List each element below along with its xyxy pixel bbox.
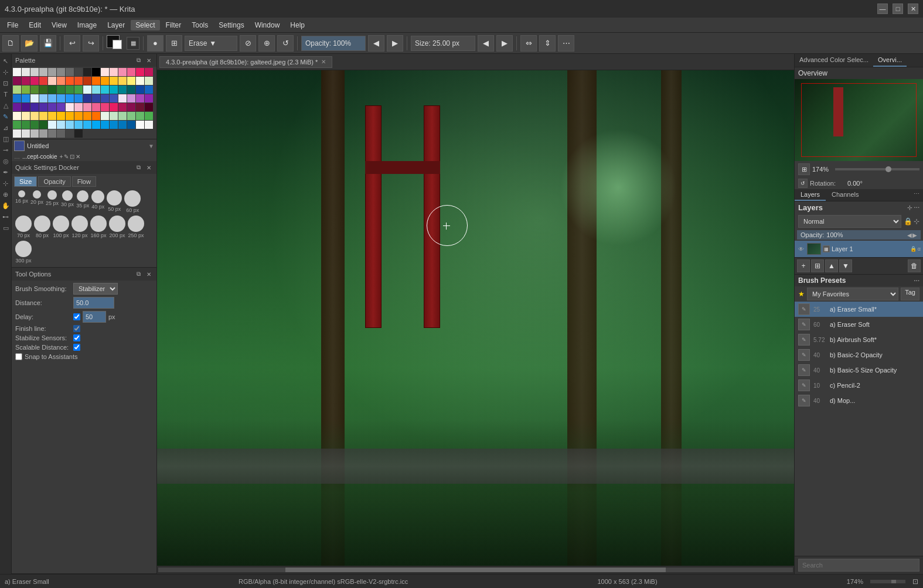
swatch-86[interactable]	[66, 112, 74, 120]
swatch-57[interactable]	[92, 94, 100, 102]
swatch-36[interactable]	[48, 86, 56, 94]
swatch-30[interactable]	[136, 77, 144, 85]
eraser-clear-button[interactable]: ⊘	[240, 35, 256, 52]
brush-size-120[interactable]: 120 px	[71, 216, 88, 238]
brush-preset-button[interactable]: ●	[147, 35, 164, 52]
horizontal-scrollbar[interactable]	[157, 566, 794, 574]
resource-copy-btn[interactable]: ⊡	[70, 153, 74, 160]
tab-overview[interactable]: Overvi...	[873, 54, 907, 67]
swatch-81[interactable]	[22, 112, 30, 120]
palette-float-btn[interactable]: ⧉	[134, 56, 142, 64]
swatch-116[interactable]	[48, 129, 56, 138]
tool-cursor[interactable]: ↖	[1, 56, 11, 66]
opacity-dec-btn[interactable]: ◀	[907, 232, 912, 238]
swatch-54[interactable]	[66, 94, 74, 102]
layer-group-btn[interactable]: ⊞	[811, 259, 824, 272]
layer-move-up-btn[interactable]: ▲	[825, 259, 838, 272]
palette-close-btn[interactable]: ✕	[145, 56, 153, 64]
undo-button[interactable]: ↩	[64, 35, 80, 52]
swatch-44[interactable]	[118, 86, 127, 94]
menu-item-window[interactable]: Window	[250, 20, 285, 30]
brush-item-4[interactable]: ✎ 40 b) Basic-5 Size Opacity	[795, 363, 923, 378]
swatch-108[interactable]	[118, 121, 127, 129]
swatch-52[interactable]	[48, 94, 56, 102]
brush-size-16[interactable]: 16 px	[15, 190, 28, 213]
tool-text[interactable]: T	[1, 90, 11, 99]
tool-eyedropper[interactable]: ⊸	[1, 145, 11, 155]
tool-shapes[interactable]: △	[1, 101, 11, 110]
mirror-v[interactable]: ⇕	[539, 35, 556, 52]
swatch-60[interactable]	[118, 94, 127, 102]
more-options[interactable]: ⋯	[558, 35, 574, 52]
swatch-6[interactable]	[66, 68, 74, 76]
menu-item-select[interactable]: Select	[131, 20, 159, 30]
redo-button[interactable]: ↪	[83, 35, 99, 52]
swatch-1[interactable]	[22, 68, 30, 76]
swatch-55[interactable]	[74, 94, 83, 102]
swatch-25[interactable]	[92, 77, 100, 85]
swatch-10[interactable]	[101, 68, 109, 76]
brush-size-70[interactable]: 70 px	[15, 216, 32, 238]
tool-gradient[interactable]: ◫	[1, 134, 11, 143]
new-button[interactable]: 🗋	[2, 35, 19, 52]
brush-size-160[interactable]: 160 px	[90, 216, 107, 238]
brush-item-3[interactable]: ✎ 40 b) Basic-2 Opacity	[795, 347, 923, 363]
resource-add-btn[interactable]: +	[59, 153, 63, 160]
blend-mode-select[interactable]: Normal Multiply Screen	[798, 215, 901, 228]
opacity-up[interactable]: ▶	[387, 35, 403, 52]
swatch-15[interactable]	[145, 68, 153, 76]
qs-tab-opacity[interactable]: Opacity	[38, 176, 70, 187]
canvas-tab[interactable]: 4.3.0-prealpha (git 8c9b10e): galteed.jp…	[159, 56, 332, 68]
swatch-69[interactable]	[57, 103, 65, 111]
tool-crop[interactable]: ⊡	[1, 78, 11, 88]
brush-item-6[interactable]: ✎ 40 d) Mop...	[795, 393, 923, 408]
blend-filter-btn[interactable]: ⊹	[914, 217, 919, 225]
swatch-41[interactable]	[92, 86, 100, 94]
background-color[interactable]	[113, 40, 122, 49]
distance-input[interactable]	[73, 297, 114, 309]
presets-settings-btn[interactable]: ⋯	[914, 278, 919, 284]
swatch-18[interactable]	[30, 77, 39, 85]
delay-check[interactable]	[73, 313, 80, 320]
swatch-19[interactable]	[39, 77, 47, 85]
brush-search-input[interactable]	[798, 559, 919, 572]
brush-size-80[interactable]: 80 px	[34, 216, 50, 238]
swatch-102[interactable]	[66, 121, 74, 129]
tool-path[interactable]: ✒	[1, 167, 11, 177]
swatch-107[interactable]	[110, 121, 118, 129]
swatch-22[interactable]	[66, 77, 74, 85]
grid-button[interactable]: ⊞	[166, 35, 182, 52]
brush-size-35[interactable]: 35 px	[76, 190, 89, 213]
swatch-113[interactable]	[22, 129, 30, 138]
swatch-23[interactable]	[74, 77, 83, 85]
tool-zoom[interactable]: ⊕	[1, 190, 11, 199]
swatch-28[interactable]	[118, 77, 127, 85]
swatch-75[interactable]	[110, 103, 118, 111]
swatch-112[interactable]	[13, 129, 21, 138]
tool-vector[interactable]: ⊹	[1, 179, 11, 188]
tool-fill[interactable]: ⊿	[1, 123, 11, 132]
zoom-slider[interactable]	[835, 168, 919, 170]
maximize-button[interactable]: □	[893, 4, 903, 14]
tool-measure[interactable]: ⊷	[1, 212, 11, 221]
opacity-inc-btn[interactable]: ▶	[912, 232, 917, 238]
swatch-20[interactable]	[48, 77, 56, 85]
status-zoom-slider[interactable]	[870, 580, 905, 583]
swatch-95[interactable]	[145, 112, 153, 120]
swatch-114[interactable]	[30, 129, 39, 138]
layer-inherit-btn[interactable]: α	[918, 246, 921, 252]
opacity-down[interactable]: ◀	[368, 35, 384, 52]
menu-item-tools[interactable]: Tools	[187, 20, 213, 30]
swatch-66[interactable]	[30, 103, 39, 111]
swatch-7[interactable]	[74, 68, 83, 76]
swatch-32[interactable]	[13, 86, 21, 94]
brush-size-25[interactable]: 25 px	[46, 190, 59, 213]
swatch-56[interactable]	[83, 94, 91, 102]
swatch-98[interactable]	[30, 121, 39, 129]
swatch-2[interactable]	[30, 68, 39, 76]
brush-size-250[interactable]: 250 px	[128, 216, 144, 238]
swatch-106[interactable]	[101, 121, 109, 129]
swatch-47[interactable]	[145, 86, 153, 94]
menu-item-filter[interactable]: Filter	[161, 20, 186, 30]
brush-item-1[interactable]: ✎ 60 a) Eraser Soft	[795, 317, 923, 332]
